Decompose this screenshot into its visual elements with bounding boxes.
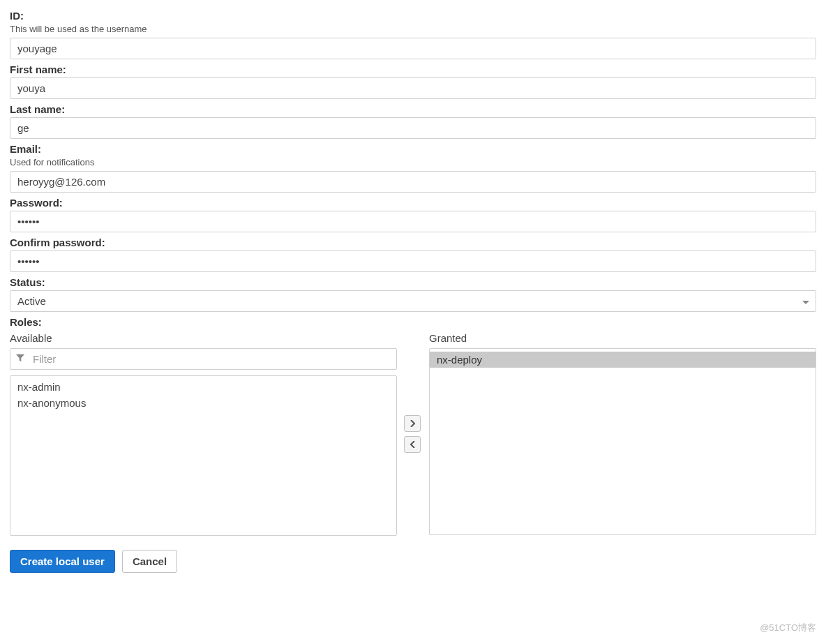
password-input[interactable]: [10, 211, 816, 232]
confirm-password-label: Confirm password:: [10, 237, 816, 248]
id-input[interactable]: [10, 38, 816, 59]
available-list[interactable]: nx-admin nx-anonymous: [10, 375, 397, 536]
list-item[interactable]: nx-anonymous: [10, 395, 396, 411]
id-label: ID:: [10, 10, 816, 22]
roles-label: Roles:: [10, 316, 816, 328]
field-last-name: Last name:: [10, 103, 816, 139]
chevron-right-icon: [410, 419, 415, 429]
roles-available-column: Available nx-admin nx-anonymous: [10, 332, 397, 536]
list-item[interactable]: nx-admin: [10, 379, 396, 395]
first-name-input[interactable]: [10, 77, 816, 99]
field-email: Email: Used for notifications: [10, 143, 816, 193]
available-title: Available: [10, 332, 397, 344]
roles-granted-column: Granted nx-deploy: [429, 332, 816, 536]
footer-actions: Create local user Cancel: [10, 550, 816, 573]
status-select[interactable]: Active: [10, 290, 816, 312]
first-name-label: First name:: [10, 63, 816, 75]
email-input[interactable]: [10, 171, 816, 193]
email-help: Used for notifications: [10, 157, 816, 167]
field-roles: Roles: Available nx-admin nx-anonymous: [10, 316, 816, 536]
transfer-controls: [404, 332, 422, 536]
granted-list[interactable]: nx-deploy: [429, 348, 816, 535]
email-label: Email:: [10, 143, 816, 155]
create-local-user-button[interactable]: Create local user: [10, 550, 115, 573]
move-left-button[interactable]: [404, 436, 421, 453]
granted-title: Granted: [429, 332, 816, 344]
field-status: Status: Active: [10, 276, 816, 312]
chevron-left-icon: [410, 440, 415, 450]
available-filter-input[interactable]: [10, 348, 397, 370]
field-confirm-password: Confirm password:: [10, 237, 816, 272]
confirm-password-input[interactable]: [10, 250, 816, 272]
list-item[interactable]: nx-deploy: [430, 352, 816, 368]
password-label: Password:: [10, 197, 816, 209]
move-right-button[interactable]: [404, 415, 421, 432]
status-label: Status:: [10, 276, 816, 288]
field-password: Password:: [10, 197, 816, 232]
last-name-label: Last name:: [10, 103, 816, 115]
field-id: ID: This will be used as the username: [10, 10, 816, 59]
last-name-input[interactable]: [10, 117, 816, 139]
field-first-name: First name:: [10, 63, 816, 99]
cancel-button[interactable]: Cancel: [122, 550, 177, 573]
id-help: This will be used as the username: [10, 24, 816, 34]
